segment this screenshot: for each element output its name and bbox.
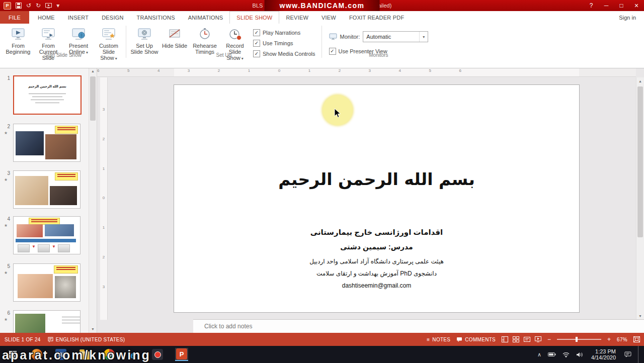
monitor-selected-value: Automatic — [363, 34, 419, 40]
monitor-select[interactable]: Automatic ▾ — [363, 31, 428, 42]
thumbnail[interactable] — [13, 310, 80, 333]
slide-subtitle-line[interactable]: مدرس: سیمین دشتی — [174, 243, 579, 251]
slide-number: 4 — [3, 216, 10, 222]
scrollbar-thumb[interactable] — [637, 86, 643, 237]
thumbnail-title-text: بسم الله الرحمن الرحیم — [14, 84, 80, 88]
slide-subtitle-line[interactable]: دانشجوی PhD آموزش بهداشت و ارتقای سلامت — [174, 270, 579, 277]
editor-scrollbar[interactable]: ▲ ▼ — [636, 77, 644, 320]
language-indicator[interactable]: ENGLISH (UNITED STATES) — [48, 337, 125, 342]
scroll-down-icon[interactable]: ▼ — [636, 312, 644, 320]
taskbar-powerpoint-icon[interactable]: P — [175, 348, 188, 361]
notes-pane[interactable]: Click to add notes — [193, 319, 644, 333]
tab-file[interactable]: FILE — [0, 11, 29, 24]
zoom-out-button[interactable]: − — [547, 336, 551, 342]
thumbnail-photo — [17, 224, 43, 237]
slide-thumbnail-panel: 1 بسم الله الرحمن الرحیم 2 ★ — [0, 67, 97, 333]
animation-star-icon: ★ — [4, 223, 8, 228]
thumbnail-photo — [58, 244, 70, 252]
reading-view-button[interactable] — [524, 336, 530, 342]
scrollbar-thumb[interactable] — [90, 76, 96, 121]
notes-toggle-button[interactable]: ≡ NOTES — [427, 337, 450, 342]
show-desktop-button[interactable] — [638, 346, 641, 363]
tray-volume-icon[interactable] — [576, 352, 583, 357]
taskbar-clock[interactable]: 1:23 PM 4/14/2020 — [589, 348, 618, 360]
scroll-up-icon[interactable]: ▲ — [636, 77, 644, 85]
normal-view-button[interactable] — [502, 336, 508, 342]
slide-email-text[interactable]: dashtiseemin@gmail.com — [174, 282, 579, 289]
hide-slide-button[interactable]: Hide Slide — [159, 25, 190, 49]
powerpoint-app-icon[interactable]: P — [4, 2, 11, 10]
comments-toggle-button[interactable]: COMMENTS — [456, 337, 496, 342]
notes-icon: ≡ — [427, 337, 430, 342]
thumbnail[interactable] — [13, 263, 80, 302]
thumbnail-panel-scrollbar[interactable]: ▲ ▼ — [89, 67, 97, 333]
zoom-percentage[interactable]: 67% — [617, 337, 627, 342]
tab-transitions[interactable]: TRANSITIONS — [130, 11, 182, 24]
date-text: 4/14/2020 — [591, 354, 616, 360]
close-button[interactable]: × — [629, 0, 644, 11]
workspace: 1 بسم الله الرحمن الرحیم 2 ★ — [0, 67, 644, 333]
from-beginning-button[interactable]: From Beginning — [3, 25, 33, 55]
thumbnail[interactable] — [13, 124, 80, 162]
fit-slide-to-window-button[interactable] — [633, 336, 640, 342]
tab-home[interactable]: HOME — [31, 11, 61, 24]
custom-slide-show-icon — [101, 27, 116, 42]
tab-view[interactable]: VIEW — [315, 11, 343, 24]
zoom-in-button[interactable]: + — [607, 336, 611, 342]
zoom-slider-thumb[interactable] — [576, 337, 578, 342]
play-narrations-checkbox[interactable]: ✓ Play Narrations — [253, 29, 315, 36]
tab-design[interactable]: DESIGN — [95, 11, 130, 24]
slide-canvas[interactable]: بسم الله الرحمن الرحیم اقدامات اورژانسی … — [174, 84, 580, 313]
minimize-button[interactable]: ─ — [599, 0, 614, 11]
bandicam-watermark: www.BANDICAM.com — [265, 0, 380, 11]
combo-caret-icon: ▾ — [419, 32, 428, 42]
present-online-button[interactable]: Present Online▾ — [63, 25, 94, 56]
scroll-up-icon[interactable]: ▲ — [89, 67, 97, 75]
tab-animations[interactable]: ANIMATIONS — [182, 11, 230, 24]
window-controls: ? ─ □ × — [584, 0, 644, 11]
slide-counter[interactable]: SLIDE 1 OF 24 — [5, 337, 41, 342]
redo-icon[interactable]: ↻ — [36, 3, 41, 9]
hide-slide-icon — [168, 27, 182, 42]
monitor-label: Monitor: — [340, 34, 360, 40]
thumbnail-selected[interactable]: بسم الله الرحمن الرحیم — [13, 75, 82, 115]
start-slideshow-icon[interactable] — [45, 3, 52, 9]
rehearse-timings-button[interactable]: Rehearse Timings — [190, 25, 220, 55]
slide-subtitle-line[interactable]: هیئت علمی پرستاری دانشگاه آزاد اسلامی وا… — [174, 258, 579, 265]
thumbnail[interactable] — [13, 170, 80, 209]
tray-battery-icon[interactable] — [548, 352, 556, 357]
slide-number: 5 — [3, 263, 10, 269]
help-button[interactable]: ? — [584, 0, 599, 11]
notes-placeholder[interactable]: Click to add notes — [193, 323, 252, 330]
checkbox-checked-icon: ✓ — [253, 40, 260, 47]
action-center-icon[interactable] — [624, 351, 631, 357]
tray-chevron-up-icon[interactable]: ∧ — [537, 352, 541, 357]
slide-title-text[interactable]: بسم الله الرحمن الرحیم — [174, 169, 579, 189]
scroll-down-icon[interactable]: ▼ — [89, 325, 97, 333]
thumbnail[interactable]: ▼ ▼ — [13, 216, 80, 254]
sign-in-link[interactable]: Sign in — [611, 11, 644, 24]
use-timings-checkbox[interactable]: ✓ Use Timings — [253, 40, 315, 47]
thumbnail-photo — [45, 134, 76, 159]
save-icon[interactable] — [16, 3, 22, 9]
taskbar-bandicam-icon[interactable] — [151, 348, 164, 361]
mouse-cursor-icon — [334, 108, 341, 118]
slide-sorter-view-button[interactable] — [513, 336, 519, 342]
thumbnail-photo — [18, 274, 53, 298]
tab-insert[interactable]: INSERT — [61, 11, 95, 24]
tab-foxit-reader-pdf[interactable]: FOXIT READER PDF — [343, 11, 411, 24]
tray-network-icon[interactable] — [562, 352, 570, 357]
set-up-slide-show-button[interactable]: Set Up Slide Show — [129, 25, 159, 55]
maximize-button[interactable]: □ — [614, 0, 629, 11]
comments-icon — [456, 337, 462, 342]
undo-icon[interactable]: ↺ — [26, 3, 31, 9]
checkbox-checked-icon: ✓ — [253, 29, 260, 36]
rehearse-timings-icon — [198, 27, 212, 42]
tab-slide-show[interactable]: SLIDE SHOW — [229, 11, 279, 24]
customize-qat-icon[interactable]: ▾ — [56, 3, 59, 9]
tab-review[interactable]: REVIEW — [279, 11, 315, 24]
slide-subtitle-line[interactable]: اقدامات اورژانسی خارج بیمارستانی — [174, 228, 579, 237]
animation-star-icon: ★ — [4, 177, 8, 182]
slide-show-view-button[interactable] — [535, 336, 541, 342]
zoom-slider[interactable] — [557, 339, 601, 340]
